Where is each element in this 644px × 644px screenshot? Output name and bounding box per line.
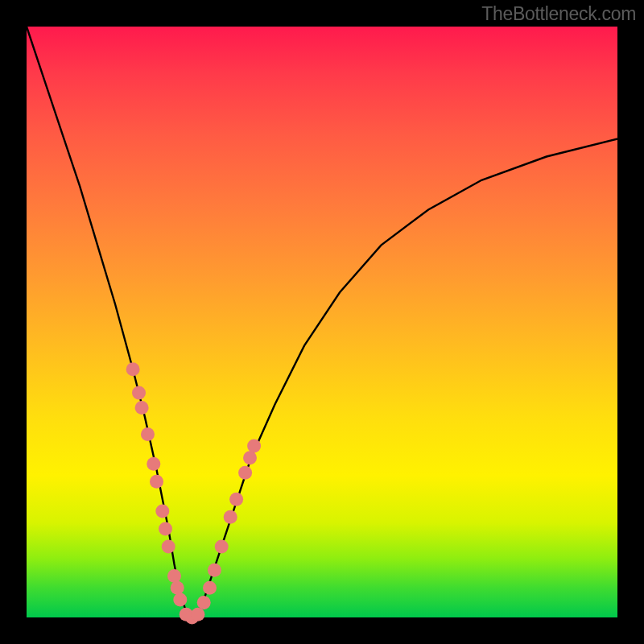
data-marker — [247, 440, 261, 453]
watermark-text: TheBottleneck.com — [481, 3, 636, 25]
data-marker — [159, 522, 172, 535]
data-marker — [126, 362, 140, 376]
chart-frame: TheBottleneck.com — [0, 0, 644, 644]
data-marker — [162, 539, 175, 553]
data-marker — [229, 493, 243, 506]
data-marker — [197, 596, 211, 609]
data-marker — [224, 510, 237, 524]
data-marker — [203, 581, 217, 595]
data-marker — [238, 466, 252, 480]
data-marker — [132, 386, 146, 400]
data-marker — [171, 581, 184, 595]
data-marker — [191, 608, 204, 621]
curve-layer — [27, 27, 617, 617]
bottleneck-curve — [27, 27, 617, 617]
data-marker — [173, 593, 187, 607]
data-marker — [150, 475, 163, 489]
data-marker — [243, 451, 257, 464]
data-marker — [155, 504, 169, 518]
data-marker — [215, 539, 229, 553]
data-marker — [141, 427, 155, 441]
plot-area — [27, 27, 617, 617]
data-marker — [147, 457, 160, 471]
data-marker — [208, 564, 221, 577]
marker-group — [126, 362, 262, 624]
data-marker — [167, 569, 181, 583]
data-marker — [135, 401, 149, 415]
